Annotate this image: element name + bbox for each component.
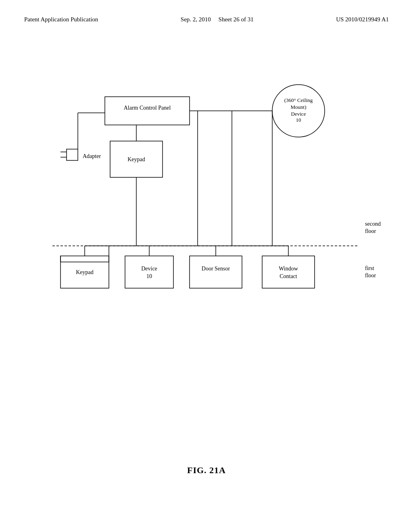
svg-text:Contact: Contact — [280, 273, 297, 279]
svg-text:Alarm Control Panel: Alarm Control Panel — [124, 105, 171, 111]
svg-text:floor: floor — [365, 272, 376, 278]
svg-text:second: second — [365, 221, 381, 227]
svg-text:Keypad: Keypad — [76, 269, 94, 275]
figure-label: FIG. 21A — [187, 465, 226, 476]
svg-rect-32 — [262, 256, 315, 288]
svg-text:Window: Window — [279, 266, 298, 272]
svg-text:Device: Device — [291, 111, 306, 117]
diagram-svg: Alarm Control Panel (360° Ceiling Mount)… — [24, 73, 387, 375]
svg-text:floor: floor — [365, 228, 376, 234]
svg-text:(360° Ceiling: (360° Ceiling — [284, 97, 313, 103]
header-center: Sep. 2, 2010 Sheet 26 of 31 — [181, 16, 254, 23]
patent-number: US 2010/0219949 A1 — [336, 16, 389, 23]
date-text: Sep. 2, 2010 — [181, 16, 217, 23]
svg-text:10: 10 — [296, 117, 301, 123]
figure-title-text: FIG. 21A — [187, 465, 226, 475]
svg-text:10: 10 — [146, 273, 152, 279]
svg-text:Adapter: Adapter — [83, 153, 101, 159]
svg-text:Door Sensor: Door Sensor — [202, 266, 230, 272]
publication-text: Patent Application Publication — [24, 16, 98, 23]
publication-label: Patent Application Publication — [24, 16, 98, 23]
svg-text:first: first — [365, 265, 374, 271]
svg-text:Device: Device — [141, 266, 157, 272]
svg-text:Keypad: Keypad — [127, 156, 145, 162]
sheet-text: Sheet 26 of 31 — [219, 16, 254, 23]
svg-rect-7 — [67, 149, 78, 160]
patent-text: US 2010/0219949 A1 — [336, 16, 389, 23]
page-header: Patent Application Publication Sep. 2, 2… — [0, 0, 413, 23]
svg-text:Mount): Mount) — [291, 104, 307, 110]
svg-rect-30 — [190, 256, 242, 288]
svg-rect-0 — [105, 97, 190, 125]
svg-rect-27 — [125, 256, 173, 288]
